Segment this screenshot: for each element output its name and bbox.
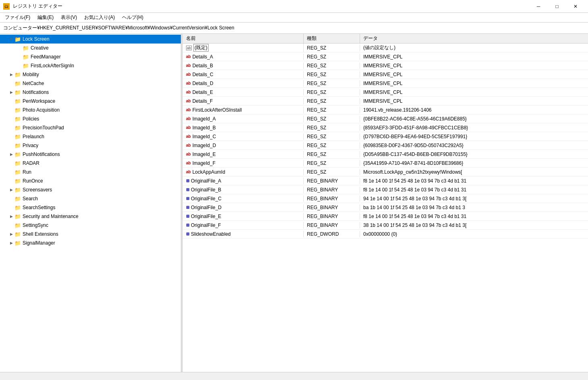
- tree-item[interactable]: 📁PrecisionTouchPad: [0, 123, 181, 132]
- tree-item[interactable]: 📁FeedManager: [0, 52, 181, 61]
- table-row[interactable]: abImageId_DREG_SZ{609835E8-D0F2-4367-9D5…: [183, 141, 588, 150]
- table-row[interactable]: ⊞OriginalFile_FREG_BINARY38 1b 14 00 1f …: [183, 221, 588, 230]
- tree-item[interactable]: 📁SearchSettings: [0, 203, 181, 212]
- table-row[interactable]: abDetails_AREG_SZIMMERSIVE_CPL: [183, 52, 588, 61]
- menu-item-e[interactable]: 編集(E): [34, 13, 57, 22]
- cell-data: IMMERSIVE_CPL: [360, 54, 588, 60]
- tree-item[interactable]: 📁Search: [0, 194, 181, 203]
- tree-item[interactable]: 📁FirstLockAfterSignIn: [0, 61, 181, 70]
- expand-icon[interactable]: [8, 194, 14, 203]
- table-row[interactable]: abImageId_BREG_SZ{8593AEF3-3FDD-451F-8A9…: [183, 123, 588, 132]
- reg-sz-icon: ab: [186, 170, 191, 174]
- tree-item[interactable]: ▶📁Notifications: [0, 88, 181, 97]
- expand-icon[interactable]: [16, 61, 23, 70]
- tree-item[interactable]: 📁SettingSync: [0, 221, 181, 230]
- menu-item-v[interactable]: 表示(V): [58, 13, 80, 22]
- tree-item[interactable]: ▶📁Mobility: [0, 70, 181, 79]
- tree-item[interactable]: ▶📁PushNotifications: [0, 150, 181, 159]
- expand-icon[interactable]: ▶: [8, 88, 14, 97]
- expand-icon[interactable]: [8, 123, 14, 132]
- tree-item[interactable]: 📁RunOnce: [0, 177, 181, 185]
- cell-type: REG_SZ: [304, 62, 360, 69]
- table-row[interactable]: ⊞OriginalFile_BREG_BINARYf8 1e 14 00 1f …: [183, 185, 588, 194]
- tree-item[interactable]: 📁Policies: [0, 114, 181, 123]
- expand-icon[interactable]: ▶: [8, 150, 14, 159]
- expand-icon[interactable]: [8, 168, 14, 177]
- tree-item[interactable]: ▼📁Lock Screen: [0, 35, 181, 44]
- expand-icon[interactable]: ▼: [8, 35, 14, 44]
- tree-item[interactable]: 📁Privacy: [0, 141, 181, 150]
- table-row[interactable]: abDetails_BREG_SZIMMERSIVE_CPL: [183, 61, 588, 70]
- folder-icon: 📁: [14, 98, 21, 104]
- reg-sz-icon: ab: [186, 143, 191, 147]
- expand-icon[interactable]: [8, 159, 14, 168]
- maximize-button[interactable]: □: [548, 0, 566, 13]
- table-row[interactable]: ⊞OriginalFile_CREG_BINARY94 1e 14 00 1f …: [183, 194, 588, 203]
- header-data: データ: [360, 34, 588, 43]
- cell-data: Microsoft.LockApp_cw5n1h2txyewy!Windows[: [360, 169, 588, 175]
- table-row[interactable]: abImageId_EREG_SZ{D05A95BB-C137-454D-B6E…: [183, 150, 588, 159]
- table-row[interactable]: ab(既定)REG_SZ(値の設定なし): [183, 44, 588, 52]
- minimize-button[interactable]: ─: [529, 0, 548, 13]
- table-row[interactable]: abDetails_CREG_SZIMMERSIVE_CPL: [183, 70, 588, 79]
- table-header: 名前 種類 データ: [183, 34, 588, 44]
- tree-item[interactable]: 📁PenWorkspace: [0, 97, 181, 106]
- menu-item-a[interactable]: お気に入り(A): [81, 13, 118, 22]
- tree-item[interactable]: ▶📁Screensavers: [0, 185, 181, 194]
- cell-name: abImageId_A: [183, 116, 304, 122]
- cell-name-text: ImageId_C: [193, 134, 216, 139]
- tree-item[interactable]: 📁Creative: [0, 44, 181, 52]
- close-button[interactable]: ✕: [566, 0, 585, 13]
- expand-icon[interactable]: ▶: [8, 185, 14, 194]
- cell-type: REG_BINARY: [304, 204, 360, 211]
- table-row[interactable]: ⊞SlideshowEnabledREG_DWORD0x00000000 (0): [183, 230, 588, 239]
- tree-item[interactable]: 📁Prelaunch: [0, 132, 181, 141]
- table-row[interactable]: abImageId_FREG_SZ{35A41959-A710-49A7-B74…: [183, 159, 588, 168]
- tree-item[interactable]: 📁NetCache: [0, 79, 181, 88]
- expand-icon[interactable]: [16, 52, 23, 61]
- tree-item[interactable]: 📁Photo Acquisition: [0, 106, 181, 114]
- expand-icon[interactable]: [8, 79, 14, 88]
- table-row[interactable]: ⊞OriginalFile_EREG_BINARYf8 1e 14 00 1f …: [183, 212, 588, 221]
- table-row[interactable]: abImageId_CREG_SZ{D797BC6D-BEF9-4EA6-94E…: [183, 132, 588, 141]
- cell-name-text: ImageId_E: [193, 152, 216, 157]
- table-row[interactable]: abDetails_DREG_SZIMMERSIVE_CPL: [183, 79, 588, 88]
- expand-icon[interactable]: [8, 221, 14, 230]
- expand-icon[interactable]: ▶: [8, 212, 14, 221]
- registry-table[interactable]: 名前 種類 データ ab(既定)REG_SZ(値の設定なし)abDetails_…: [183, 34, 588, 372]
- cell-data: f8 1e 14 00 1f 54 25 48 1e 03 94 7b c3 4…: [360, 187, 588, 193]
- tree-item[interactable]: 📁RADAR: [0, 159, 181, 168]
- expand-icon[interactable]: ▶: [8, 230, 14, 239]
- expand-icon[interactable]: ▶: [8, 70, 14, 79]
- expand-icon[interactable]: [8, 203, 14, 212]
- folder-icon: 📁: [14, 213, 21, 220]
- expand-icon[interactable]: [8, 106, 14, 114]
- table-row[interactable]: abFirstLockAfterOSInstallREG_SZ19041.vb_…: [183, 106, 588, 114]
- tree-content[interactable]: ▼📁Lock Screen📁Creative📁FeedManager📁First…: [0, 34, 181, 372]
- table-row[interactable]: abImageId_AREG_SZ{0BFE8B22-AC66-4C8E-A55…: [183, 114, 588, 123]
- expand-icon[interactable]: ▶: [8, 239, 14, 247]
- tree-item[interactable]: ▶📁Security and Maintenance: [0, 212, 181, 221]
- table-row[interactable]: ⊞OriginalFile_DREG_BINARYba 1b 14 00 1f …: [183, 203, 588, 212]
- tree-item[interactable]: ▶📁SignalManager: [0, 239, 181, 247]
- folder-icon: 📁: [14, 240, 21, 246]
- cell-name: abLockAppAumId: [183, 169, 304, 175]
- table-row[interactable]: abDetails_EREG_SZIMMERSIVE_CPL: [183, 88, 588, 97]
- expand-icon[interactable]: [8, 132, 14, 141]
- menu-item-h[interactable]: ヘルプ(H): [119, 13, 147, 22]
- table-row[interactable]: abLockAppAumIdREG_SZMicrosoft.LockApp_cw…: [183, 168, 588, 177]
- tree-item[interactable]: 📁Run: [0, 168, 181, 177]
- expand-icon[interactable]: [8, 97, 14, 106]
- table-row[interactable]: abDetails_FREG_SZIMMERSIVE_CPL: [183, 97, 588, 106]
- cell-type: REG_SZ: [304, 125, 360, 131]
- expand-icon[interactable]: [8, 177, 14, 185]
- expand-icon[interactable]: [8, 141, 14, 150]
- reg-sz-icon: ab: [186, 125, 191, 130]
- expand-icon[interactable]: [8, 114, 14, 123]
- table-row[interactable]: ⊞OriginalFile_AREG_BINARYf8 1e 14 00 1f …: [183, 177, 588, 185]
- tree-item[interactable]: ▶📁Shell Extensions: [0, 230, 181, 239]
- menu-item-f[interactable]: ファイル(F): [2, 13, 33, 22]
- cell-type: REG_SZ: [304, 71, 360, 78]
- cell-name: abDetails_C: [183, 71, 304, 78]
- expand-icon[interactable]: [16, 44, 23, 52]
